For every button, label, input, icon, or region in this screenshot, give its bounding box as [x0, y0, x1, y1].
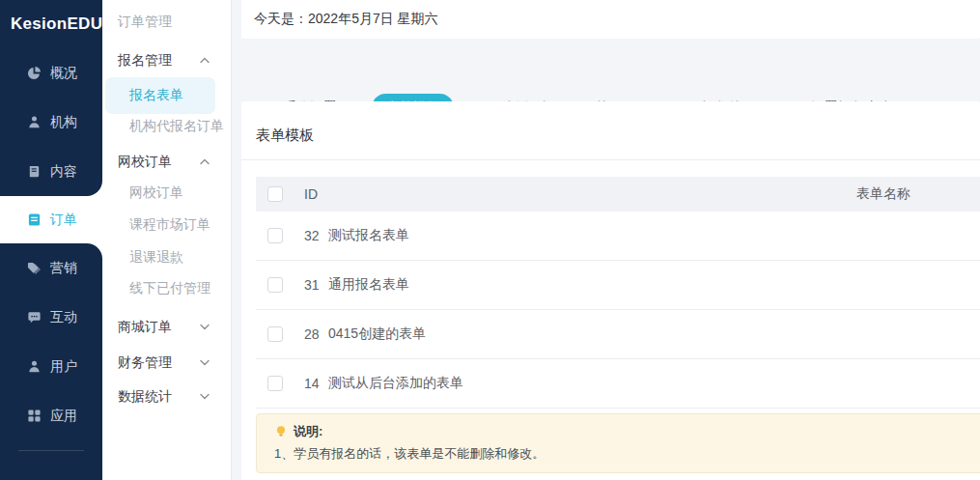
topbar: 今天是：2022年5月7日 星期六 [241, 0, 980, 39]
table-row: 31 通用报名表单 [256, 261, 980, 310]
chevron-up-icon [200, 158, 210, 165]
primary-sidebar: KesionEDU 概况 机构 内容 [0, 0, 102, 480]
chevron-down-icon [200, 359, 210, 366]
sidebar-item-users[interactable]: 用户 [0, 342, 102, 391]
pie-chart-icon [27, 66, 42, 80]
content-card: 表单模板 ID 表单名称 32 测试报名表单 31 通用报名表单 [241, 101, 980, 480]
sidebar-item-interaction[interactable]: 互动 [0, 293, 102, 342]
column-header-name: 表单名称 [328, 185, 980, 203]
divider [241, 159, 980, 160]
chevron-down-icon [200, 324, 210, 330]
row-id: 28 [299, 326, 328, 342]
menu-item-refunds[interactable]: 退课退款 [102, 245, 231, 268]
sidebar-item-content[interactable]: 内容 [0, 147, 102, 196]
lightbulb-icon [274, 425, 288, 438]
row-form-name: 0415创建的表单 [328, 325, 980, 343]
sidebar-item-overview[interactable]: 概况 [0, 48, 102, 98]
tags-icon [27, 261, 42, 275]
column-header-id: ID [299, 186, 328, 202]
form-template-table: ID 表单名称 32 测试报名表单 31 通用报名表单 28 0415创建的表单 [256, 177, 980, 409]
app-logo: KesionEDU [0, 0, 102, 48]
sidebar-item-label: 用户 [50, 358, 77, 376]
chevron-up-icon [200, 57, 210, 64]
row-id: 14 [299, 376, 328, 391]
menu-item-offline-paid-management[interactable]: 线下已付管理 [102, 276, 231, 299]
menu-item-course-market-orders[interactable]: 课程市场订单 [102, 212, 231, 236]
row-form-name: 测试报名表单 [328, 227, 980, 244]
chevron-down-icon [200, 393, 210, 400]
menu-item-agency-registration-orders[interactable]: 机构代报名订单 [102, 114, 231, 137]
primary-sidebar-active-notch: 订单 [0, 196, 102, 243]
row-form-name: 通用报名表单 [328, 276, 980, 294]
table-row: 32 测试报名表单 [256, 212, 980, 261]
row-form-name: 测试从后台添加的表单 [328, 375, 980, 392]
row-id: 31 [299, 277, 328, 293]
sidebar-item-label: 互动 [50, 309, 77, 326]
primary-sidebar-bottom: 营销 互动 用户 应用 [0, 243, 102, 480]
table-row: 28 0415创建的表单 [256, 310, 980, 359]
tabs-bar: 系统设置 表单模板 面授班型 校区管理 视频接口 设置视频广告 [241, 39, 980, 101]
sidebar-item-label: 订单 [50, 212, 77, 229]
table-row: 14 测试从后台添加的表单 [256, 359, 980, 409]
menu-group-online-school-orders[interactable]: 网校订单 [102, 150, 231, 173]
row-checkbox[interactable] [267, 326, 283, 342]
menu-item-label: 报名表单 [129, 87, 183, 104]
menu-group-registration[interactable]: 报名管理 [102, 48, 231, 71]
note-box: 说明: 1、学员有报名的话，该表单是不能删除和修改。 [256, 413, 980, 473]
note-title: 说明: [294, 423, 322, 440]
menu-item-registration-form-active[interactable]: 报名表单 [105, 77, 215, 114]
apps-grid-icon [27, 409, 42, 423]
menu-group-label: 报名管理 [118, 48, 172, 71]
sidebar-item-label: 机构 [50, 114, 77, 131]
row-id: 32 [299, 228, 328, 243]
menu-group-label: 网校订单 [118, 150, 172, 173]
sidebar-item-institution[interactable]: 机构 [0, 98, 102, 147]
menu-group-mall-orders[interactable]: 商城订单 [102, 315, 231, 338]
menu-section-order-management: 订单管理 [102, 10, 231, 33]
order-list-icon [27, 212, 42, 227]
sidebar-item-label: 概况 [50, 65, 77, 82]
sidebar-item-label: 内容 [50, 163, 77, 181]
sidebar-item-marketing[interactable]: 营销 [0, 243, 102, 293]
menu-group-label: 商城订单 [118, 315, 172, 338]
row-checkbox[interactable] [267, 228, 283, 243]
sidebar-item-apps[interactable]: 应用 [0, 391, 102, 440]
current-date-text: 今天是：2022年5月7日 星期六 [254, 11, 438, 28]
sidebar-item-label: 营销 [50, 260, 77, 277]
chat-icon [27, 310, 42, 325]
person-tie-icon [27, 115, 42, 129]
select-all-checkbox[interactable] [267, 186, 283, 202]
table-header-row: ID 表单名称 [256, 177, 980, 212]
menu-group-statistics[interactable]: 数据统计 [102, 384, 231, 408]
main-area: 今天是：2022年5月7日 星期六 系统设置 表单模板 面授班型 校区管理 视频… [241, 0, 980, 480]
sidebar-divider [18, 450, 84, 451]
secondary-sidebar: 订单管理 报名管理 报名表单 机构代报名订单 网校订单 网校订单 课程市场订单 … [102, 0, 232, 480]
menu-group-label: 数据统计 [118, 384, 172, 408]
sidebar-item-orders[interactable]: 订单 [0, 196, 102, 243]
menu-item-online-school-orders[interactable]: 网校订单 [102, 181, 231, 204]
row-checkbox[interactable] [267, 277, 283, 293]
note-line: 1、学员有报名的话，该表单是不能删除和修改。 [274, 445, 980, 463]
page-title: 表单模板 [256, 127, 314, 145]
primary-sidebar-top: KesionEDU 概况 机构 内容 [0, 0, 102, 196]
row-checkbox[interactable] [267, 376, 283, 391]
menu-group-label: 财务管理 [118, 351, 172, 374]
menu-group-finance[interactable]: 财务管理 [102, 351, 231, 374]
user-icon [27, 359, 42, 374]
sidebar-item-label: 应用 [50, 408, 77, 425]
book-icon [27, 164, 42, 179]
page: KesionEDU 概况 机构 内容 [0, 0, 980, 480]
